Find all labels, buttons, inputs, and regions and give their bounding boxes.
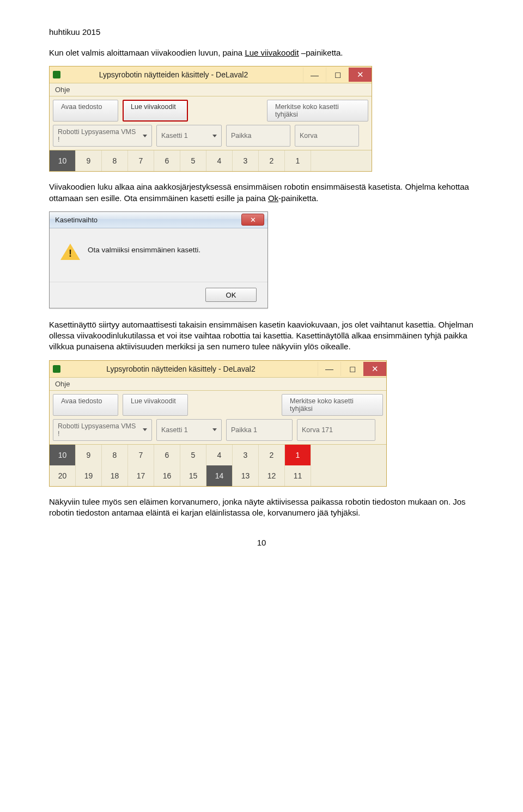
- minimize-button[interactable]: —: [303, 68, 326, 82]
- ear-field: Korva 171: [297, 419, 375, 441]
- para1-text-a: Kun olet valmis aloittamaan viivakoodien…: [49, 48, 245, 57]
- slot-cell[interactable]: 2: [259, 445, 285, 465]
- slot-cell[interactable]: 4: [206, 150, 233, 171]
- slot-cell[interactable]: 4: [206, 445, 233, 465]
- maximize-button[interactable]: ◻: [340, 362, 363, 376]
- cassette-row: 10 9 8 7 6 5 4 3 2 1: [50, 150, 372, 171]
- slot-cell-active[interactable]: 1: [285, 445, 311, 465]
- dialog-close-button[interactable]: ✕: [241, 214, 264, 226]
- minimize-button[interactable]: —: [318, 362, 340, 376]
- cassette-row-bottom: 20 19 18 17 16 15 14 13 12 11: [50, 465, 386, 486]
- chevron-down-icon: [212, 135, 217, 137]
- slot-cell[interactable]: 18: [102, 465, 128, 486]
- dialog-title: Kasetinvaihto: [53, 216, 241, 224]
- slot-cell[interactable]: 19: [76, 465, 102, 486]
- slot-cell[interactable]: 1: [285, 150, 311, 171]
- menu-ohje[interactable]: Ohje: [50, 377, 386, 391]
- chevron-down-icon: [212, 428, 217, 431]
- slot-field: Paikka 1: [226, 419, 293, 441]
- cassette-select-value: Kasetti 1: [161, 132, 188, 140]
- dialog-ok-button[interactable]: OK: [205, 288, 257, 302]
- read-barcodes-button[interactable]: Lue viivakoodit: [123, 394, 188, 416]
- window-title: Lypsyrobotin näytteiden käsittely - DeLa…: [66, 70, 303, 79]
- dialog-message: Ota valmiiksi ensimmäinen kasetti.: [88, 243, 200, 254]
- maximize-button[interactable]: ◻: [326, 68, 349, 82]
- app-icon: [53, 71, 60, 78]
- cassette-select-value: Kasetti 1: [161, 426, 188, 434]
- cassette-select[interactable]: Kasetti 1: [156, 419, 222, 441]
- slot-cell[interactable]: 8: [102, 150, 128, 171]
- slot-cell[interactable]: 7: [128, 445, 154, 465]
- slot-cell[interactable]: 3: [233, 445, 259, 465]
- slot-cell[interactable]: 6: [154, 445, 180, 465]
- para1-text-b: –painiketta.: [299, 48, 343, 57]
- slot-cell[interactable]: 15: [180, 465, 206, 486]
- app-window-screenshot-2: Lypsyrobotin näytteiden käsittely - DeLa…: [49, 360, 387, 487]
- paragraph-2: Viivakoodien luku alkaa aina aakkosjärje…: [49, 181, 474, 204]
- chevron-down-icon: [143, 135, 147, 137]
- ear-field: Korva: [295, 125, 359, 147]
- slot-cell[interactable]: 13: [233, 465, 259, 486]
- para2-ok: Ok: [268, 193, 278, 203]
- app-icon: [53, 365, 60, 373]
- window-title: Lypsyrobotin näytteiden käsittely - DeLa…: [66, 365, 318, 373]
- open-file-button[interactable]: Avaa tiedosto: [53, 394, 118, 416]
- para1-link: Lue viivakoodit: [245, 48, 299, 57]
- slot-cell[interactable]: 3: [233, 150, 259, 171]
- window-titlebar: Lypsyrobotin näytteiden käsittely - DeLa…: [50, 66, 372, 83]
- menu-ohje[interactable]: Ohje: [50, 83, 372, 96]
- page-number: 10: [49, 538, 474, 547]
- chevron-down-icon: [143, 428, 147, 431]
- warning-icon: [60, 244, 80, 260]
- para2-text-a: Viivakoodien luku alkaa aina aakkosjärje…: [49, 182, 469, 202]
- window-titlebar: Lypsyrobotin näytteiden käsittely - DeLa…: [50, 361, 386, 377]
- cassette-change-dialog: Kasetinvaihto ✕ Ota valmiiksi ensimmäine…: [49, 211, 268, 308]
- slot-cell[interactable]: 9: [76, 445, 102, 465]
- slot-cell[interactable]: 12: [259, 465, 285, 486]
- slot-cell[interactable]: 5: [180, 150, 206, 171]
- paragraph-4: Näkyviin tulee myös sen eläimen korvanum…: [49, 496, 474, 519]
- read-barcodes-button[interactable]: Lue viivakoodit: [123, 100, 188, 122]
- slot-cell[interactable]: 11: [285, 465, 311, 486]
- paragraph-3: Kasettinäyttö siirtyy automaattisesti ta…: [49, 319, 474, 353]
- robot-select-value: Robotti Lypsyasema VMS !: [58, 128, 139, 143]
- slot-cell[interactable]: 10: [50, 445, 76, 465]
- cassette-row-top: 10 9 8 7 6 5 4 3 2 1: [50, 444, 386, 465]
- slot-cell[interactable]: 20: [50, 465, 76, 486]
- slot-cell[interactable]: 10: [50, 150, 76, 171]
- slot-cell[interactable]: 8: [102, 445, 128, 465]
- slot-cell[interactable]: 5: [180, 445, 206, 465]
- slot-cell[interactable]: 17: [128, 465, 154, 486]
- slot-cell[interactable]: 7: [128, 150, 154, 171]
- mark-cassette-empty-button[interactable]: Merkitse koko kasetti tyhjäksi: [282, 394, 383, 416]
- dialog-titlebar: Kasetinvaihto ✕: [50, 212, 267, 228]
- cassette-select[interactable]: Kasetti 1: [156, 125, 222, 147]
- app-window-screenshot-1: Lypsyrobotin näytteiden käsittely - DeLa…: [49, 66, 372, 172]
- slot-cell[interactable]: 14: [206, 465, 233, 486]
- slot-field: Paikka: [226, 125, 290, 147]
- slot-cell[interactable]: 9: [76, 150, 102, 171]
- close-button[interactable]: ✕: [363, 362, 386, 376]
- open-file-button[interactable]: Avaa tiedosto: [53, 100, 118, 122]
- slot-cell[interactable]: 6: [154, 150, 180, 171]
- doc-date: huhtikuu 2015: [49, 27, 474, 37]
- robot-select-value: Robotti Lypsyasema VMS !: [58, 422, 139, 438]
- slot-cell[interactable]: 16: [154, 465, 180, 486]
- robot-select[interactable]: Robotti Lypsyasema VMS !: [53, 125, 152, 147]
- robot-select[interactable]: Robotti Lypsyasema VMS !: [53, 419, 152, 441]
- mark-cassette-empty-button[interactable]: Merkitse koko kasetti tyhjäksi: [267, 100, 368, 122]
- slot-cell[interactable]: 2: [259, 150, 285, 171]
- close-button[interactable]: ✕: [349, 68, 372, 82]
- para2-text-b: -painiketta.: [278, 193, 318, 203]
- paragraph-1: Kun olet valmis aloittamaan viivakoodien…: [49, 47, 474, 58]
